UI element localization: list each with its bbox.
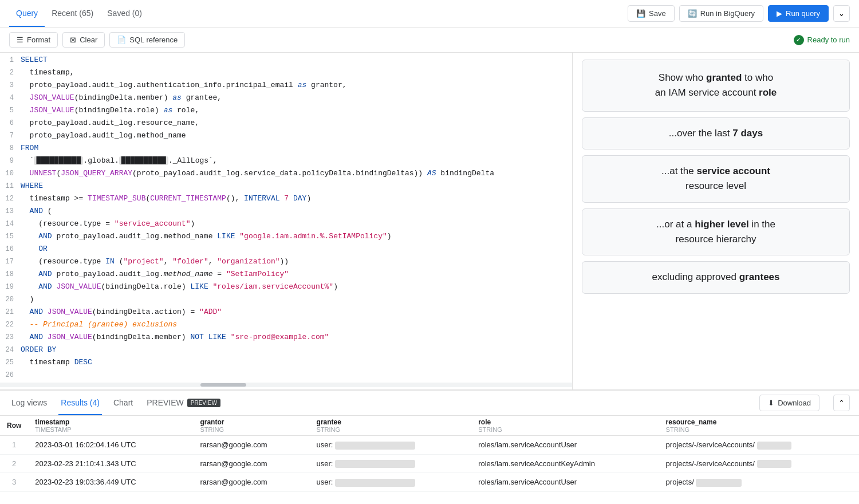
cell-role: roles/iam.serviceAccountUser	[471, 473, 659, 492]
format-button[interactable]: ☰ Format	[9, 32, 58, 48]
cell-timestamp: 2023-02-23 19:03:36.449 UTC	[28, 473, 193, 492]
main-content: 1 SELECT 2 timestamp, 3 proto_payload.au…	[0, 53, 859, 389]
run-bigquery-button[interactable]: 🔄 Run in BigQuery	[679, 5, 763, 22]
code-line-12: 12 timestamp >= TIMESTAMP_SUB(CURRENT_TI…	[0, 194, 572, 206]
code-line-19: 19 AND JSON_VALUE(bindingDelta.role) LIK…	[0, 282, 572, 294]
chevron-up-down-button[interactable]: ⌄	[833, 5, 850, 22]
cell-resource-name: projects/-/serviceAccounts/	[659, 436, 859, 455]
code-line-7: 7 proto_payload.audit_log.method_name	[0, 131, 572, 143]
cell-grantor: rarsan@google.com	[193, 454, 309, 473]
sql-ref-icon: 📄	[117, 36, 126, 44]
cell-row-num: 3	[0, 473, 28, 492]
code-line-11: 11 WHERE	[0, 181, 572, 194]
code-line-24: 24 ORDER BY	[0, 345, 572, 357]
table-row: 3 2023-02-23 19:03:36.449 UTC rarsan@goo…	[0, 473, 859, 492]
bottom-panel: Log views Results (4) Chart PREVIEW PREV…	[0, 389, 859, 504]
cell-resource-name: projects/-/serviceAccounts/	[659, 454, 859, 473]
bottom-tab-actions: ⬇ Download	[759, 395, 819, 411]
tab-query[interactable]: Query	[9, 1, 45, 27]
download-icon: ⬇	[768, 399, 774, 407]
cell-grantee: user:	[310, 436, 472, 455]
play-icon: ▶	[777, 9, 782, 18]
download-button[interactable]: ⬇ Download	[759, 395, 819, 411]
col-grantee: grantee STRING	[310, 416, 472, 436]
code-line-4: 4 JSON_VALUE(bindingDelta.member) as gra…	[0, 93, 572, 105]
save-button[interactable]: 💾 Save	[628, 5, 675, 22]
code-line-22: 22 -- Principal (grantee) exclusions	[0, 320, 572, 332]
run-query-button[interactable]: ▶ Run query	[768, 5, 829, 22]
tab-results[interactable]: Results (4)	[58, 391, 102, 415]
top-nav: Query Recent (65) Saved (0) 💾 Save 🔄 Run…	[0, 0, 859, 27]
blurred-value	[335, 442, 415, 450]
cell-timestamp: 2023-03-01 16:02:04.146 UTC	[28, 436, 193, 455]
format-icon: ☰	[17, 36, 23, 44]
col-row: Row	[0, 416, 28, 436]
blurred-value	[757, 442, 791, 450]
code-line-2: 2 timestamp,	[0, 68, 572, 80]
code-editor[interactable]: 1 SELECT 2 timestamp, 3 proto_payload.au…	[0, 53, 573, 389]
code-line-25: 25 timestamp DESC	[0, 357, 572, 370]
code-line-18: 18 AND proto_payload.audit_log.method_na…	[0, 269, 572, 282]
annotations-panel: Show who granted to whoan IAM service ac…	[573, 53, 859, 301]
cell-grantee: user:	[310, 454, 472, 473]
code-line-5: 5 JSON_VALUE(bindingDelta.role) as role,	[0, 105, 572, 118]
tab-log-views[interactable]: Log views	[9, 391, 49, 415]
col-resource-name: resource_name STRING	[659, 416, 859, 436]
blurred-value	[335, 460, 415, 468]
code-line-14: 14 (resource.type = "service_account")	[0, 219, 572, 231]
ready-status: ✓ Ready to run	[794, 35, 850, 45]
table-header-row: Row timestamp TIMESTAMP grantor STRING g…	[0, 416, 859, 436]
annotation-3: ...at the service accountresource level	[582, 155, 850, 203]
code-line-13: 13 AND (	[0, 206, 572, 219]
annotation-2: ...over the last 7 days	[582, 117, 850, 149]
cell-grantee: user:	[310, 473, 472, 492]
code-line-10: 10 UNNEST(JSON_QUERY_ARRAY(proto_payload…	[0, 168, 572, 181]
table-row: 2 2023-02-23 21:10:41.343 UTC rarsan@goo…	[0, 454, 859, 473]
cell-row-num: 1	[0, 436, 28, 455]
horizontal-scrollbar[interactable]	[0, 383, 572, 387]
cell-resource-name: projects/	[659, 473, 859, 492]
col-grantor: grantor STRING	[193, 416, 309, 436]
tab-saved[interactable]: Saved (0)	[100, 1, 149, 27]
code-line-15: 15 AND proto_payload.audit_log.method_na…	[0, 231, 572, 244]
blurred-value	[757, 460, 791, 468]
cell-grantor: rarsan@google.com	[193, 473, 309, 492]
results-table[interactable]: Row timestamp TIMESTAMP grantor STRING g…	[0, 416, 859, 504]
annotation-1: Show who granted to whoan IAM service ac…	[582, 60, 850, 112]
bottom-tab-bar: Log views Results (4) Chart PREVIEW PREV…	[0, 391, 859, 416]
bottom-panel-toggle[interactable]: ⌃	[833, 395, 850, 411]
clear-icon: ⊠	[70, 36, 76, 44]
preview-badge: PREVIEW	[187, 399, 220, 407]
code-line-21: 21 AND JSON_VALUE(bindingDelta.action) =…	[0, 307, 572, 320]
code-line-17: 17 (resource.type IN ("project", "folder…	[0, 257, 572, 269]
col-role: role STRING	[471, 416, 659, 436]
code-line-26: 26	[0, 370, 572, 383]
code-line-20: 20 )	[0, 294, 572, 307]
annotation-5: excluding approved grantees	[582, 261, 850, 293]
table-row: 1 2023-03-01 16:02:04.146 UTC rarsan@goo…	[0, 436, 859, 455]
annotation-4: ...or at a higher level in theresource h…	[582, 208, 850, 256]
clear-button[interactable]: ⊠ Clear	[62, 32, 105, 48]
cell-row-num: 2	[0, 454, 28, 473]
toolbar: ☰ Format ⊠ Clear 📄 SQL reference ✓ Ready…	[0, 27, 859, 53]
code-line-3: 3 proto_payload.audit_log.authentication…	[0, 80, 572, 93]
code-line-16: 16 OR	[0, 244, 572, 257]
nav-actions: 💾 Save 🔄 Run in BigQuery ▶ Run query ⌄	[628, 5, 850, 22]
bigquery-icon: 🔄	[688, 9, 697, 18]
save-icon: 💾	[636, 9, 645, 18]
ready-icon: ✓	[794, 35, 804, 45]
tab-recent[interactable]: Recent (65)	[45, 1, 100, 27]
cell-role: roles/iam.serviceAccountKeyAdmin	[471, 454, 659, 473]
code-line-9: 9 `██████████.global.██████████._AllLogs…	[0, 156, 572, 168]
tab-preview[interactable]: PREVIEW PREVIEW	[144, 391, 223, 415]
scroll-thumb	[200, 383, 246, 387]
cell-timestamp: 2023-02-23 21:10:41.343 UTC	[28, 454, 193, 473]
sql-reference-button[interactable]: 📄 SQL reference	[109, 32, 185, 48]
code-line-23: 23 AND JSON_VALUE(bindingDelta.member) N…	[0, 332, 572, 345]
tab-chart[interactable]: Chart	[111, 391, 135, 415]
blurred-value	[696, 479, 742, 487]
col-timestamp: timestamp TIMESTAMP	[28, 416, 193, 436]
blurred-value	[335, 479, 415, 487]
code-line-6: 6 proto_payload.audit_log.resource_name,	[0, 118, 572, 131]
code-line-1: 1 SELECT	[0, 55, 572, 68]
